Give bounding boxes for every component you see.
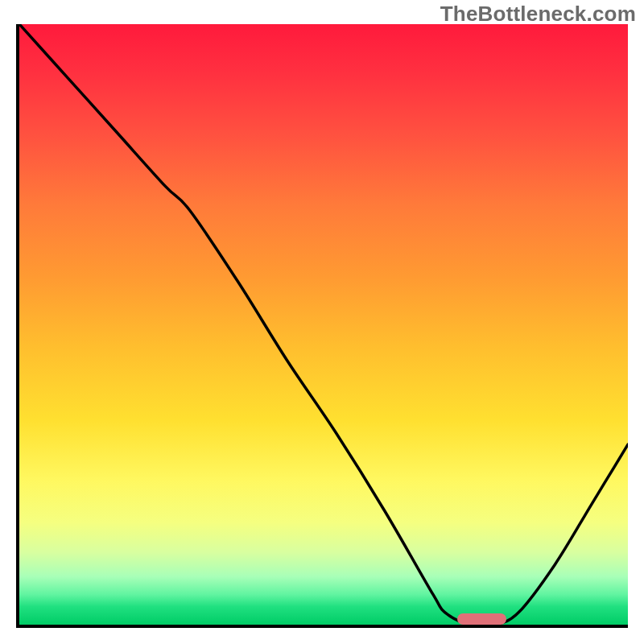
line-curve (19, 24, 628, 625)
optimal-marker (457, 613, 506, 625)
watermark-text: TheBottleneck.com (440, 2, 636, 27)
bottleneck-chart: TheBottleneck.com (0, 0, 644, 644)
plot-area (16, 24, 628, 628)
